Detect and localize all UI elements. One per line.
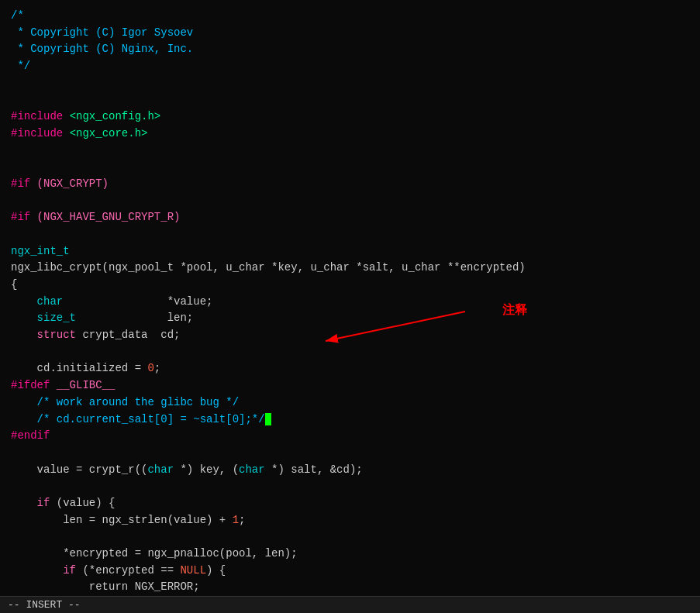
code-token: /* — [11, 8, 24, 25]
code-token: /* work around the glibc bug */ — [37, 394, 239, 412]
code-token: (NGX_HAVE_GNU_CRYPT_R) — [37, 209, 181, 226]
code-line: #ifdef __GLIBC__ — [11, 377, 700, 394]
code-token — [11, 294, 37, 311]
code-token: ) { — [206, 563, 226, 580]
code-token: NULL — [180, 563, 206, 580]
code-line: value = crypt_r((char *) key, (char *) s… — [11, 462, 700, 479]
code-token: char — [147, 462, 174, 479]
code-token: char — [239, 462, 265, 479]
code-token: if — [37, 495, 50, 512]
code-token: 0 — [147, 360, 153, 377]
code-token: char — [37, 294, 64, 311]
code-token: struct — [37, 327, 76, 344]
code-line: if (value) { — [11, 495, 700, 512]
code-token: #endif — [11, 428, 50, 445]
code-line: #endif — [11, 428, 700, 445]
code-line — [11, 344, 700, 361]
code-line: char *value; — [11, 294, 700, 311]
code-line — [11, 478, 700, 495]
code-line: { — [11, 277, 700, 294]
code-line — [11, 445, 700, 462]
code-token — [11, 394, 37, 412]
code-token: *encrypted = ngx_pnalloc(pool, len); — [11, 546, 298, 563]
code-line — [11, 226, 700, 243]
code-line: *encrypted = ngx_pnalloc(pool, len); — [11, 546, 700, 563]
code-token: * Copyright (C) Nginx, Inc. — [11, 41, 193, 58]
status-bar: -- INSERT -- — [0, 596, 700, 613]
code-line: /* — [11, 8, 700, 25]
code-line: size_t len; — [11, 310, 700, 327]
code-line — [11, 91, 700, 108]
code-token: #if — [11, 209, 37, 226]
code-line — [11, 159, 700, 176]
code-token: #include — [11, 126, 70, 143]
code-line: /* cd.current_salt[0] = ~salt[0];*/ — [11, 412, 700, 429]
code-token: 1 — [233, 512, 239, 529]
text-cursor — [265, 413, 271, 425]
code-token: *) key, ( — [174, 462, 239, 479]
code-line: if (*encrypted == NULL) { — [11, 563, 700, 580]
code-token: #include — [11, 108, 70, 126]
code-token: if — [63, 563, 76, 580]
code-token: { — [11, 277, 17, 294]
code-line: ngx_libc_crypt(ngx_pool_t *pool, u_char … — [11, 260, 700, 277]
code-token: ; — [239, 512, 245, 529]
code-token: /* cd.current_salt[0] = ~salt[0];*/ — [11, 412, 265, 429]
code-line — [11, 143, 700, 160]
code-token: <ngx_config.h> — [70, 108, 161, 126]
code-line: return NGX_ERROR; — [11, 579, 700, 596]
code-line: * Copyright (C) Nginx, Inc. — [11, 41, 700, 58]
code-token: *) salt, &cd); — [265, 462, 363, 479]
code-line: struct crypt_data cd; — [11, 327, 700, 344]
code-line — [11, 193, 700, 210]
code-token: */ — [11, 58, 30, 75]
code-token: return NGX_ERROR; — [11, 579, 200, 596]
code-token: (value) { — [50, 495, 115, 512]
code-line: * Copyright (C) Igor Sysoev — [11, 25, 700, 42]
code-token: ngx_int_t — [11, 243, 70, 260]
code-line: cd.initialized = 0; — [11, 360, 700, 377]
code-token: (NGX_CRYPT) — [37, 176, 109, 193]
code-token: len; — [76, 310, 193, 327]
code-line: #include <ngx_config.h> — [11, 108, 700, 126]
code-token — [11, 327, 37, 344]
code-token: <ngx_core.h> — [70, 126, 148, 143]
code-line — [11, 75, 700, 92]
vim-mode-indicator: -- INSERT -- — [8, 599, 81, 611]
code-token: __GLIBC__ — [57, 377, 116, 394]
code-line: /* work around the glibc bug */ — [11, 394, 700, 412]
code-token: * Copyright (C) Igor Sysoev — [11, 25, 193, 42]
code-line: len = ngx_strlen(value) + 1; — [11, 512, 700, 529]
code-token: #if — [11, 176, 37, 193]
code-line: #if (NGX_CRYPT) — [11, 176, 700, 193]
code-token: (*encrypted == — [76, 563, 180, 580]
code-token: cd.initialized = — [11, 360, 147, 377]
code-token: ngx_libc_crypt(ngx_pool_t *pool, u_char … — [11, 260, 526, 277]
code-line — [11, 529, 700, 546]
code-line: #if (NGX_HAVE_GNU_CRYPT_R) — [11, 209, 700, 226]
code-token: ; — [154, 360, 160, 377]
code-line: ngx_int_t — [11, 243, 700, 260]
code-line: */ — [11, 58, 700, 75]
code-token: #ifdef — [11, 377, 57, 394]
code-token — [11, 310, 37, 327]
code-token: crypt_data cd; — [76, 327, 180, 344]
code-token — [11, 563, 63, 580]
code-token: *value; — [63, 294, 212, 311]
code-editor[interactable]: /* * Copyright (C) Igor Sysoev * Copyrig… — [0, 0, 700, 601]
code-token: len = ngx_strlen(value) + — [11, 512, 233, 529]
code-line: #include <ngx_core.h> — [11, 126, 700, 143]
code-token: size_t — [37, 310, 76, 327]
code-token — [11, 495, 37, 512]
code-token: value = crypt_r(( — [11, 462, 147, 479]
